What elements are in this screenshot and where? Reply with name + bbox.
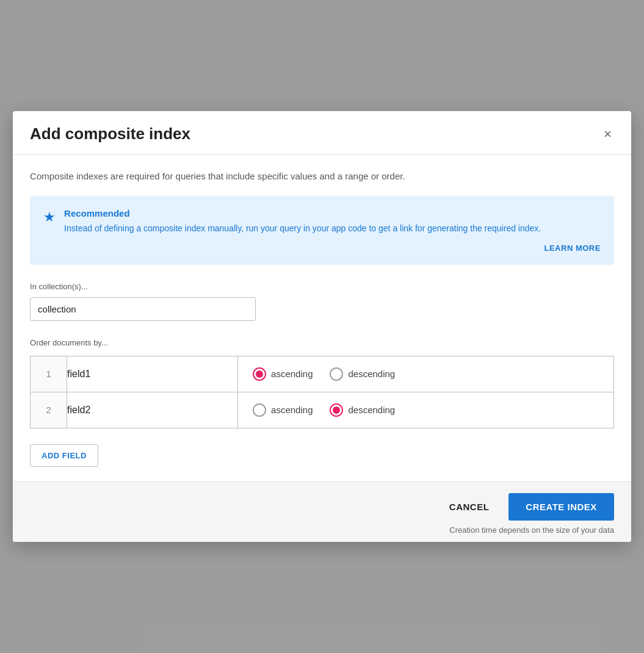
table-row: 1 field1 ascending: [31, 356, 614, 392]
field-name-2: field2: [67, 392, 238, 428]
ascending-option-2[interactable]: ascending: [253, 403, 313, 417]
cancel-button[interactable]: CANCEL: [436, 493, 503, 521]
descending-label-1: descending: [348, 369, 395, 379]
add-field-button[interactable]: ADD FIELD: [30, 444, 98, 467]
ascending-option-1[interactable]: ascending: [253, 367, 313, 381]
recommendation-box: ★ Recommended Instead of defining a comp…: [30, 196, 614, 265]
ascending-label-2: ascending: [271, 405, 313, 415]
recommendation-text: Instead of defining a composite index ma…: [64, 222, 601, 235]
rec-top: ★ Recommended Instead of defining a comp…: [43, 208, 601, 235]
footer-note: Creation time depends on the size of you…: [449, 525, 614, 535]
descending-option-1[interactable]: descending: [330, 367, 395, 381]
footer-buttons: CANCEL CREATE INDEX: [436, 493, 614, 521]
field-name-1: field1: [67, 356, 238, 392]
dialog-footer: CANCEL CREATE INDEX Creation time depend…: [13, 482, 631, 542]
ascending-radio-2[interactable]: [253, 403, 266, 417]
descending-radio-1[interactable]: [330, 367, 343, 381]
close-button[interactable]: ×: [601, 125, 614, 143]
descending-option-2[interactable]: descending: [330, 403, 395, 417]
learn-more-container: LEARN MORE: [43, 244, 601, 253]
descending-radio-2[interactable]: [330, 403, 343, 417]
dialog: Add composite index × Composite indexes …: [13, 111, 631, 542]
order-label: Order documents by...: [30, 338, 614, 347]
radio-cell-2: ascending descending: [238, 392, 614, 428]
table-row: 2 field2 ascending: [31, 392, 614, 428]
rec-content: Recommended Instead of defining a compos…: [64, 208, 601, 235]
dialog-header: Add composite index ×: [13, 111, 631, 155]
recommendation-title: Recommended: [64, 208, 601, 218]
dialog-body: Composite indexes are required for queri…: [13, 155, 631, 482]
collection-label: In collection(s)...: [30, 282, 614, 291]
create-index-button[interactable]: CREATE INDEX: [508, 493, 614, 521]
ascending-label-1: ascending: [271, 369, 313, 379]
dialog-overlay: Add composite index × Composite indexes …: [0, 0, 644, 653]
radio-cell-1: ascending descending: [238, 356, 614, 392]
collection-input[interactable]: [30, 297, 256, 321]
star-icon: ★: [43, 209, 56, 225]
dialog-title: Add composite index: [30, 124, 190, 143]
ascending-radio-1[interactable]: [253, 367, 266, 381]
row-number-2: 2: [31, 392, 67, 428]
descending-label-2: descending: [348, 405, 395, 415]
fields-table: 1 field1 ascending: [30, 356, 614, 428]
learn-more-button[interactable]: LEARN MORE: [545, 244, 601, 253]
row-number-1: 1: [31, 356, 67, 392]
description-text: Composite indexes are required for queri…: [30, 170, 614, 184]
